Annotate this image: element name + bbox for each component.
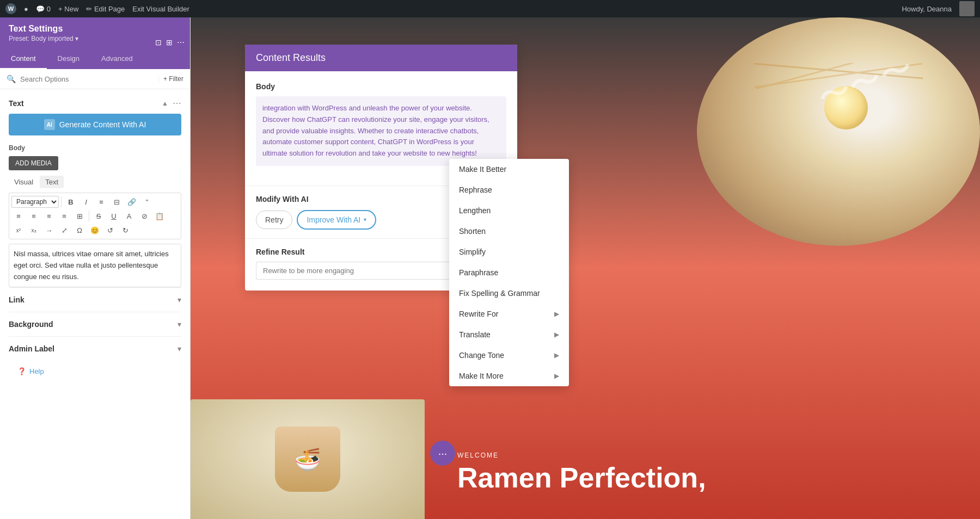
menu-item-make-it-better[interactable]: Make It Better xyxy=(449,159,569,180)
toolbar-separator-2 xyxy=(89,211,89,221)
quote-button[interactable]: " xyxy=(140,195,154,208)
retry-button[interactable]: Retry xyxy=(256,211,292,229)
menu-item-make-it-more[interactable]: Make It More ▶ xyxy=(449,366,569,386)
menu-item-label-9: Change Tone xyxy=(459,351,504,360)
redo-editor-button[interactable]: ↻ xyxy=(118,224,132,237)
menu-item-change-tone[interactable]: Change Tone ▶ xyxy=(449,345,569,366)
undo-editor-button[interactable]: ↺ xyxy=(103,224,117,237)
sidebar-icon-image[interactable]: ⊡ xyxy=(155,38,162,47)
edit-page-label: ✏ Edit Page xyxy=(86,5,125,13)
refine-input[interactable] xyxy=(256,262,452,280)
menu-item-rewrite-for[interactable]: Rewrite For ▶ xyxy=(449,304,569,324)
text-section-more-icon[interactable]: ⋯ xyxy=(173,98,181,108)
text-toolbar: Paragraph B I ≡ ⊟ 🔗 " ≡ ≡ ≡ ≡ ⊞ S U A xyxy=(9,193,181,239)
ramen-image-container xyxy=(697,17,980,246)
background-section-arrow: ▾ xyxy=(177,320,181,329)
tab-design[interactable]: Design xyxy=(47,49,90,69)
paragraph-select[interactable]: Paragraph xyxy=(11,196,59,208)
paste-text-button[interactable]: 📋 xyxy=(152,209,167,223)
comments-link[interactable]: 💬 0 xyxy=(36,5,51,13)
content-text-value: integration with WordPress and unleash t… xyxy=(262,104,489,157)
ordered-list-button[interactable]: ⊟ xyxy=(109,195,124,208)
comment-count: 0 xyxy=(47,5,51,13)
body-text: Nisl massa, ultrices vitae ornare sit am… xyxy=(14,250,169,281)
wordpress-icon[interactable]: W xyxy=(5,3,16,14)
special-char-button[interactable]: Ω xyxy=(72,224,87,237)
editor-tab-bar: Visual Text xyxy=(9,176,181,188)
editor-tab-visual[interactable]: Visual xyxy=(9,176,39,188)
add-media-button[interactable]: ADD MEDIA xyxy=(9,156,58,170)
strikethrough-button[interactable]: S xyxy=(91,209,106,223)
text-section-collapse-icon[interactable]: ▲ xyxy=(162,100,168,107)
sidebar-icon-more[interactable]: ⋯ xyxy=(177,38,185,47)
menu-item-shorten[interactable]: Shorten xyxy=(449,221,569,242)
site-menu-icon[interactable]: ● xyxy=(24,5,28,13)
align-right-button[interactable]: ≡ xyxy=(42,209,56,223)
new-label: + New xyxy=(58,5,78,13)
sidebar-header-icons: ⊡ ⊞ ⋯ xyxy=(155,38,185,47)
editor-tab-text[interactable]: Text xyxy=(40,176,64,188)
clear-format-button[interactable]: ⊘ xyxy=(137,209,151,223)
link-section[interactable]: Link ▾ xyxy=(9,287,181,312)
menu-item-simplify[interactable]: Simplify xyxy=(449,242,569,262)
bottom-image: 🍜 xyxy=(191,399,425,519)
background-section[interactable]: Background ▾ xyxy=(9,312,181,336)
sidebar-search-bar: 🔍 + Filter xyxy=(0,69,190,89)
superscript-button[interactable]: x² xyxy=(11,224,26,237)
make-it-more-arrow: ▶ xyxy=(554,372,559,380)
text-color-button[interactable]: A xyxy=(122,209,136,223)
align-center-button[interactable]: ≡ xyxy=(27,209,41,223)
underline-button[interactable]: U xyxy=(107,209,121,223)
content-results-header: Content Results xyxy=(245,45,517,71)
tab-content[interactable]: Content xyxy=(0,49,47,69)
align-left-button[interactable]: ≡ xyxy=(11,209,26,223)
menu-item-label-1: Rephrase xyxy=(459,186,492,194)
improve-with-ai-button[interactable]: Improve With AI ▾ xyxy=(297,210,376,230)
body-editor[interactable]: Nisl massa, ultrices vitae ornare sit am… xyxy=(9,244,181,287)
sidebar-title: Text Settings xyxy=(9,24,181,34)
welcome-label: WELCOME xyxy=(457,452,958,459)
generate-ai-button[interactable]: AI Generate Content With AI xyxy=(9,114,181,135)
filter-button[interactable]: + Filter xyxy=(158,75,183,83)
admin-label-section[interactable]: Admin Label ▾ xyxy=(9,336,181,361)
help-button[interactable]: ❓ Help xyxy=(9,361,181,382)
translate-arrow: ▶ xyxy=(554,331,559,338)
text-section-header[interactable]: Text ▲ ⋯ xyxy=(9,98,181,108)
menu-item-label-4: Simplify xyxy=(459,248,486,256)
admin-bar: W ● 💬 0 + New ✏ Edit Page Exit Visual Bu… xyxy=(0,0,980,17)
table-button[interactable]: ⊞ xyxy=(72,209,87,223)
fullscreen-button[interactable]: ⤢ xyxy=(57,224,71,237)
indent-button[interactable]: → xyxy=(42,224,56,237)
menu-toggle-button[interactable]: ··· xyxy=(430,441,455,466)
subscript-button[interactable]: x₂ xyxy=(27,224,41,237)
menu-item-translate[interactable]: Translate ▶ xyxy=(449,324,569,345)
exit-builder-link[interactable]: Exit Visual Builder xyxy=(132,5,189,13)
align-justify-button[interactable]: ≡ xyxy=(57,209,71,223)
exit-builder-label: Exit Visual Builder xyxy=(132,5,189,13)
menu-item-label-6: Fix Spelling & Grammar xyxy=(459,289,540,298)
edit-page-link[interactable]: ✏ Edit Page xyxy=(86,5,125,13)
generate-ai-label: Generate Content With AI xyxy=(59,120,146,129)
tab-advanced[interactable]: Advanced xyxy=(90,49,144,69)
user-avatar[interactable] xyxy=(959,1,975,16)
emoji-button[interactable]: 😊 xyxy=(88,224,102,237)
link-button[interactable]: 🔗 xyxy=(125,195,139,208)
menu-item-paraphrase[interactable]: Paraphrase xyxy=(449,262,569,283)
toolbar-separator-1 xyxy=(61,196,62,207)
admin-label-arrow: ▾ xyxy=(177,344,181,353)
italic-button[interactable]: I xyxy=(79,195,93,208)
welcome-title: Ramen Perfection, xyxy=(457,464,958,492)
menu-item-rephrase[interactable]: Rephrase xyxy=(449,180,569,200)
menu-item-lengthen[interactable]: Lengthen xyxy=(449,200,569,221)
bold-button[interactable]: B xyxy=(64,195,78,208)
sidebar-tabs: Content Design Advanced xyxy=(0,49,190,69)
menu-item-fix-spelling[interactable]: Fix Spelling & Grammar xyxy=(449,283,569,304)
sidebar-icon-columns[interactable]: ⊞ xyxy=(166,38,173,47)
main-canvas: 〜〜〜 Content Results Body integration wit… xyxy=(191,17,980,519)
unordered-list-button[interactable]: ≡ xyxy=(94,195,108,208)
toolbar-row-2: ≡ ≡ ≡ ≡ ⊞ S U A ⊘ 📋 xyxy=(11,209,179,223)
new-button[interactable]: + New xyxy=(58,5,78,13)
search-input[interactable] xyxy=(20,75,154,83)
help-icon: ❓ xyxy=(17,367,26,375)
improve-dropdown-menu: Make It Better Rephrase Lengthen Shorten… xyxy=(449,159,569,386)
